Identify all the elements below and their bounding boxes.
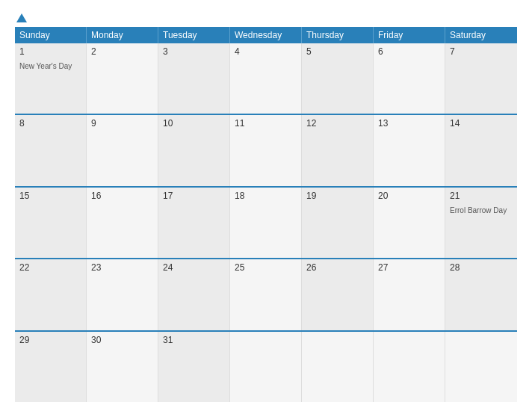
calendar-cell: 19 — [302, 188, 374, 258]
calendar-cell: 28 — [445, 259, 517, 330]
calendar-cell: 18 — [230, 188, 302, 258]
header-day-wednesday: Wednesday — [230, 27, 302, 43]
day-number: 27 — [378, 262, 440, 273]
header-day-sunday: Sunday — [15, 27, 87, 43]
header-day-tuesday: Tuesday — [158, 27, 230, 43]
day-number: 11 — [235, 118, 297, 129]
calendar-page: SundayMondayTuesdayWednesdayThursdayFrid… — [0, 0, 532, 411]
calendar-week-4: 22232425262728 — [15, 259, 517, 331]
calendar-cell: 27 — [374, 259, 445, 330]
calendar-cell: 26 — [302, 259, 374, 330]
calendar-cell: 24 — [158, 259, 230, 330]
day-number: 8 — [19, 118, 81, 129]
day-number: 25 — [235, 262, 297, 273]
calendar-cell: 9 — [87, 115, 158, 185]
header-day-friday: Friday — [374, 27, 445, 43]
day-number: 20 — [378, 191, 440, 201]
holiday-label: New Year's Day — [19, 62, 72, 70]
calendar-cell: 14 — [445, 115, 517, 185]
calendar-cell — [374, 332, 445, 402]
day-number: 21 — [450, 191, 513, 201]
calendar-week-3: 15161718192021Errol Barrow Day — [15, 188, 517, 259]
calendar-cell: 7 — [445, 43, 517, 114]
day-number: 4 — [235, 46, 297, 57]
calendar-cell: 6 — [374, 43, 445, 114]
day-number: 26 — [306, 262, 368, 273]
calendar-cell: 30 — [87, 332, 158, 402]
day-number: 18 — [235, 191, 297, 201]
calendar-cell: 11 — [230, 115, 302, 185]
day-number: 2 — [91, 46, 153, 57]
calendar-week-1: 1New Year's Day234567 — [15, 43, 517, 115]
day-number: 1 — [19, 46, 81, 57]
day-number: 29 — [19, 335, 81, 345]
calendar-cell — [230, 332, 302, 402]
calendar-cell: 15 — [15, 188, 87, 258]
day-number: 6 — [378, 46, 440, 57]
calendar-cell: 16 — [87, 188, 158, 258]
header — [15, 13, 517, 22]
calendar-header: SundayMondayTuesdayWednesdayThursdayFrid… — [15, 27, 517, 43]
day-number: 17 — [163, 191, 225, 201]
calendar-cell: 3 — [158, 43, 230, 114]
day-number: 3 — [163, 46, 225, 57]
calendar-week-5: 293031 — [15, 332, 517, 402]
day-number: 19 — [306, 191, 368, 201]
calendar-cell: 20 — [374, 188, 445, 258]
day-number: 24 — [163, 262, 225, 273]
calendar-cell: 1New Year's Day — [15, 43, 87, 114]
logo — [15, 13, 27, 22]
day-number: 13 — [378, 118, 440, 129]
day-number: 22 — [19, 262, 81, 273]
day-number: 16 — [91, 191, 153, 201]
calendar-cell: 31 — [158, 332, 230, 402]
logo-blue-text — [15, 13, 27, 22]
calendar-cell: 5 — [302, 43, 374, 114]
calendar-cell: 17 — [158, 188, 230, 258]
calendar-cell: 4 — [230, 43, 302, 114]
day-number: 30 — [91, 335, 153, 345]
day-number: 15 — [19, 191, 81, 201]
calendar-cell: 25 — [230, 259, 302, 330]
logo-triangle-icon — [16, 13, 27, 22]
day-number: 7 — [450, 46, 513, 57]
header-day-thursday: Thursday — [302, 27, 374, 43]
calendar-cell — [445, 332, 517, 402]
holiday-label: Errol Barrow Day — [450, 206, 507, 214]
day-number: 10 — [163, 118, 225, 129]
calendar-cell: 8 — [15, 115, 87, 185]
calendar-cell: 13 — [374, 115, 445, 185]
calendar: SundayMondayTuesdayWednesdayThursdayFrid… — [15, 27, 517, 402]
day-number: 23 — [91, 262, 153, 273]
calendar-body: 1New Year's Day2345678910111213141516171… — [15, 43, 517, 402]
calendar-cell — [302, 332, 374, 402]
day-number: 31 — [163, 335, 225, 345]
day-number: 28 — [450, 262, 513, 273]
calendar-cell: 2 — [87, 43, 158, 114]
header-day-monday: Monday — [87, 27, 158, 43]
calendar-cell: 10 — [158, 115, 230, 185]
calendar-cell: 12 — [302, 115, 374, 185]
day-number: 9 — [91, 118, 153, 129]
calendar-week-2: 891011121314 — [15, 115, 517, 187]
day-number: 12 — [306, 118, 368, 129]
calendar-cell: 22 — [15, 259, 87, 330]
header-day-saturday: Saturday — [445, 27, 517, 43]
calendar-cell: 29 — [15, 332, 87, 402]
day-number: 5 — [306, 46, 368, 57]
calendar-cell: 21Errol Barrow Day — [445, 188, 517, 258]
calendar-cell: 23 — [87, 259, 158, 330]
day-number: 14 — [450, 118, 513, 129]
